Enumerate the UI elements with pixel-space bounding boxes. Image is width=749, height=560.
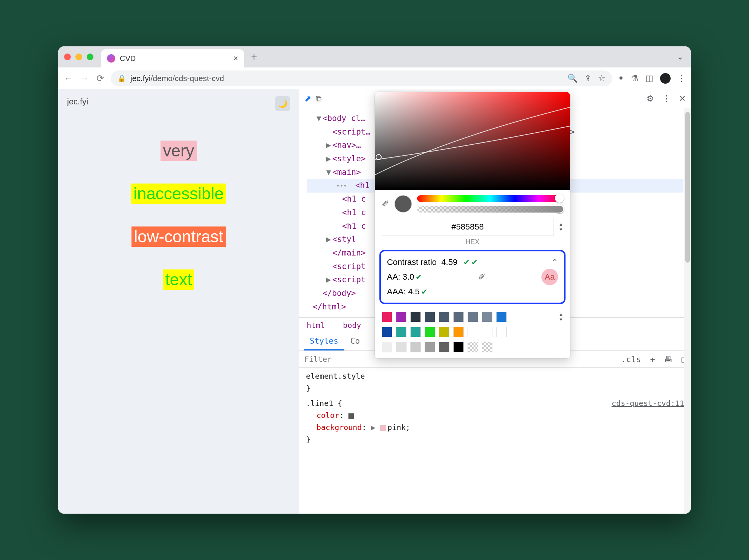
tab-title: CVD [120, 54, 229, 63]
contrast-value: 4.59 [441, 257, 457, 267]
demo-text: very inaccessible low-contrast text [67, 141, 290, 290]
palette-swatch[interactable] [482, 327, 492, 337]
palette-swatch[interactable] [453, 327, 464, 337]
hex-input[interactable] [382, 218, 553, 236]
color-spectrum[interactable] [375, 92, 570, 190]
check-icon: ✔ [471, 258, 478, 267]
close-devtools-icon[interactable]: ✕ [679, 94, 686, 104]
current-color-swatch [394, 195, 412, 213]
palette-swatch[interactable] [410, 312, 421, 322]
palette-swatch[interactable] [453, 342, 464, 352]
contrast-ratio-box: Contrast ratio 4.59 ✔✔ ⌃ AA: 3.0✔ ✐ Aa A… [379, 250, 566, 304]
palette-swatch[interactable] [468, 342, 478, 352]
palette-swatch[interactable] [496, 327, 507, 337]
hue-slider[interactable] [417, 195, 563, 202]
settings-icon[interactable]: ⚙ [647, 94, 654, 104]
contrast-sample: Aa [541, 269, 558, 285]
content-area: jec.fyi 🌙 very inaccessible low-contrast… [58, 89, 691, 514]
palette-swatch[interactable] [453, 312, 464, 322]
contrast-eyedropper-icon[interactable]: ✐ [478, 272, 486, 282]
palette-swatch[interactable] [396, 342, 407, 352]
palette-swatch[interactable] [382, 327, 392, 337]
minimize-window-button[interactable] [75, 54, 82, 60]
palette-swatch[interactable] [482, 342, 492, 352]
tab-computed[interactable]: Co [344, 333, 366, 350]
rule-source-link[interactable]: cds-quest-cvd:11 [611, 397, 684, 409]
tab-styles[interactable]: Styles [304, 333, 344, 350]
format-stepper[interactable]: ▲▼ [559, 222, 563, 232]
extensions-icon[interactable]: ✦ [618, 73, 624, 83]
alpha-slider[interactable] [417, 206, 563, 213]
aaa-threshold: 4.5 [408, 287, 420, 296]
theme-toggle-button[interactable]: 🌙 [275, 96, 290, 111]
palette-swatch[interactable] [468, 312, 478, 322]
profile-avatar[interactable] [660, 73, 671, 84]
hex-label: HEX [375, 238, 570, 246]
palette-row: ▲▼ [375, 309, 570, 324]
palette-swatch[interactable] [439, 342, 449, 352]
palette-row [375, 340, 570, 355]
palette-swatch[interactable] [425, 342, 435, 352]
palette-swatch[interactable] [410, 327, 421, 337]
new-tab-button[interactable]: + [251, 51, 257, 63]
crumb-html[interactable]: html [307, 321, 325, 330]
eyedropper-icon[interactable]: ✐ [382, 199, 389, 209]
zoom-icon[interactable]: 🔍 [567, 73, 578, 83]
devtools-panel: ⬈ ⧉ ⚙ ⋮ ✕ ▼<body cl…<script…o-js");</scr… [299, 89, 691, 514]
bookmark-icon[interactable]: ☆ [598, 73, 605, 83]
inspect-element-icon[interactable]: ⬈ [304, 94, 311, 104]
address-bar[interactable]: 🔒 jec.fyi/demo/cds-quest-cvd 🔍 ⇪ ☆ [111, 70, 612, 86]
spectrum-cursor[interactable] [376, 154, 382, 160]
palette-swatch[interactable] [425, 327, 435, 337]
rule-close-brace: } [306, 382, 684, 394]
styles-rules[interactable]: element.style } cds-quest-cvd:11 .line1 … [299, 368, 691, 448]
cls-button[interactable]: .cls [617, 355, 646, 364]
palette-swatch[interactable] [382, 342, 392, 352]
share-icon[interactable]: ⇪ [584, 73, 591, 83]
rule-close-brace: } [306, 433, 684, 445]
side-panel-icon[interactable]: ◫ [645, 73, 653, 83]
palette-row [375, 324, 570, 340]
style-declaration[interactable]: background: ▶ pink; [306, 421, 684, 433]
palette-swatch[interactable] [382, 312, 392, 322]
device-toggle-icon[interactable]: ⧉ [316, 94, 322, 104]
line3: low-contrast [131, 226, 225, 247]
tabs-dropdown-button[interactable]: ⌄ [677, 52, 683, 62]
crumb-body[interactable]: body [343, 321, 361, 330]
kebab-menu-icon[interactable]: ⋮ [662, 94, 671, 104]
collapse-icon[interactable]: ⌃ [551, 257, 558, 267]
palette-swatch[interactable] [396, 327, 407, 337]
color-palettes: ▲▼ [375, 309, 570, 355]
check-icon: ✔ [463, 258, 470, 267]
palette-swatch[interactable] [396, 312, 407, 322]
palette-swatch[interactable] [425, 312, 435, 322]
style-declaration[interactable]: color: [306, 409, 684, 421]
rule-selector: .line1 { [306, 399, 342, 408]
palette-swatch[interactable] [468, 327, 478, 337]
devtools-scrollbar[interactable] [684, 108, 691, 514]
url-text: jec.fyi/demo/cds-quest-cvd [130, 74, 224, 83]
aa-threshold: 3.0 [403, 272, 414, 282]
palette-swatch[interactable] [410, 342, 421, 352]
omnibox-actions: 🔍 ⇪ ☆ [567, 73, 605, 83]
line2: inaccessible [131, 184, 226, 204]
labs-icon[interactable]: ⚗ [631, 73, 639, 83]
browser-tab[interactable]: CVD × [101, 49, 244, 67]
close-window-button[interactable] [64, 54, 71, 60]
forward-button[interactable]: → [79, 73, 90, 84]
maximize-window-button[interactable] [87, 54, 93, 60]
palette-swatch[interactable] [439, 327, 449, 337]
computed-panel-icon[interactable]: 🖶 [660, 355, 677, 364]
page-viewport: jec.fyi 🌙 very inaccessible low-contrast… [58, 89, 299, 514]
browser-menu-icon[interactable]: ⋮ [677, 73, 686, 83]
palette-stepper[interactable]: ▲▼ [559, 312, 563, 322]
close-tab-button[interactable]: × [233, 54, 238, 63]
palette-swatch[interactable] [439, 312, 449, 322]
palette-swatch[interactable] [496, 312, 507, 322]
palette-swatch[interactable] [482, 312, 492, 322]
contrast-label: Contrast ratio [387, 257, 437, 267]
back-button[interactable]: ← [63, 73, 74, 84]
reload-button[interactable]: ⟳ [95, 73, 105, 84]
new-style-button[interactable]: + [646, 355, 660, 364]
favicon-icon [107, 54, 115, 63]
